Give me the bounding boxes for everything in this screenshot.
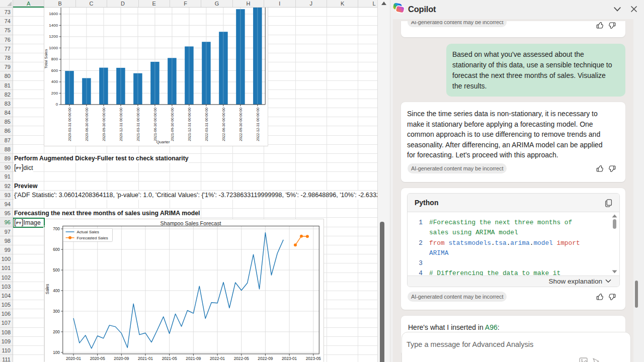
svg-text:200: 200 (51, 91, 58, 96)
svg-text:600: 600 (51, 68, 58, 73)
svg-text:2020-06-30 00:00:00: 2020-06-30 00:00:00 (85, 108, 89, 141)
svg-text:2022-01: 2022-01 (210, 357, 225, 361)
svg-text:2022-03-31 00:00:00: 2022-03-31 00:00:00 (204, 108, 209, 141)
svg-text:2020-03-31 00:00:00: 2020-03-31 00:00:00 (67, 108, 72, 141)
svg-text:1600: 1600 (49, 12, 58, 17)
svg-text:2021-09-30 00:00:00: 2021-09-30 00:00:00 (170, 108, 175, 141)
svg-text:800: 800 (51, 57, 58, 62)
svg-text:700: 700 (53, 227, 60, 231)
svg-text:Quarter: Quarter (156, 140, 170, 144)
svg-text:2021-06-30 00:00:00: 2021-06-30 00:00:00 (153, 108, 157, 141)
svg-text:Sales: Sales (45, 284, 50, 294)
svg-text:2022-09-30 00:00:00: 2022-09-30 00:00:00 (238, 108, 243, 141)
svg-text:400: 400 (53, 289, 60, 293)
svg-text:2023-01: 2023-01 (282, 357, 297, 361)
svg-text:2020-12-31 00:00:00: 2020-12-31 00:00:00 (119, 108, 123, 141)
svg-text:2021-03-31 00:00:00: 2021-03-31 00:00:00 (136, 108, 140, 141)
svg-text:100: 100 (53, 350, 60, 355)
svg-text:2021-05: 2021-05 (162, 357, 177, 361)
svg-text:2021-01: 2021-01 (138, 357, 153, 361)
svg-text:2021-12-31 00:00:00: 2021-12-31 00:00:00 (187, 108, 192, 141)
svg-text:Actual Sales: Actual Sales (77, 230, 99, 234)
svg-text:Total Sales: Total Sales (44, 49, 48, 68)
svg-text:200: 200 (53, 330, 60, 334)
svg-text:0: 0 (56, 102, 58, 107)
svg-text:1000: 1000 (49, 46, 58, 50)
svg-text:2023-05: 2023-05 (306, 357, 321, 361)
svg-text:2020-09-30 00:00:00: 2020-09-30 00:00:00 (102, 108, 106, 141)
svg-text:2021-09: 2021-09 (186, 357, 201, 361)
svg-text:2020-01: 2020-01 (66, 357, 81, 361)
svg-text:2022-06-30 00:00:00: 2022-06-30 00:00:00 (221, 108, 226, 141)
svg-text:Forecasted Sales: Forecasted Sales (77, 236, 108, 240)
svg-text:1400: 1400 (49, 23, 58, 28)
svg-text:2020-09: 2020-09 (114, 357, 129, 361)
svg-text:2022-05: 2022-05 (234, 357, 249, 361)
svg-text:Shampoo Sales Forecast: Shampoo Sales Forecast (160, 220, 221, 226)
svg-text:600: 600 (53, 247, 60, 252)
svg-text:500: 500 (53, 268, 60, 273)
svg-text:2022-12-31 00:00:00: 2022-12-31 00:00:00 (256, 108, 260, 141)
svg-text:300: 300 (53, 309, 60, 314)
svg-text:2020-05: 2020-05 (90, 357, 105, 361)
svg-text:2022-09: 2022-09 (258, 357, 273, 361)
svg-text:1200: 1200 (49, 35, 58, 39)
svg-text:400: 400 (51, 79, 58, 84)
